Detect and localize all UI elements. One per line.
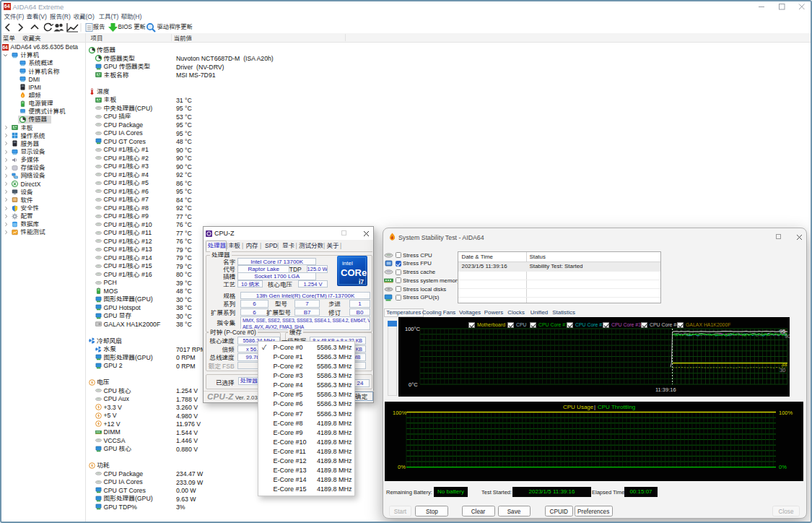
svg-text:0°C: 0°C <box>409 381 418 388</box>
svg-text:100%: 100% <box>779 410 793 416</box>
svg-text:CPU Throttling: CPU Throttling <box>598 404 635 410</box>
svg-text:i7: i7 <box>359 277 364 285</box>
svg-text:0%: 0% <box>779 464 787 470</box>
svg-text:11:39:16: 11:39:16 <box>655 386 676 393</box>
svg-text:90: 90 <box>785 333 790 340</box>
svg-text:|: | <box>594 404 595 410</box>
svg-text:100%: 100% <box>393 410 407 416</box>
svg-text:100°C: 100°C <box>405 326 421 332</box>
svg-text:intel: intel <box>342 260 353 267</box>
svg-text:CORe: CORe <box>341 267 367 278</box>
svg-text:30: 30 <box>780 367 785 373</box>
svg-text:CPU Usage: CPU Usage <box>563 404 594 410</box>
svg-text:0%: 0% <box>398 464 406 470</box>
